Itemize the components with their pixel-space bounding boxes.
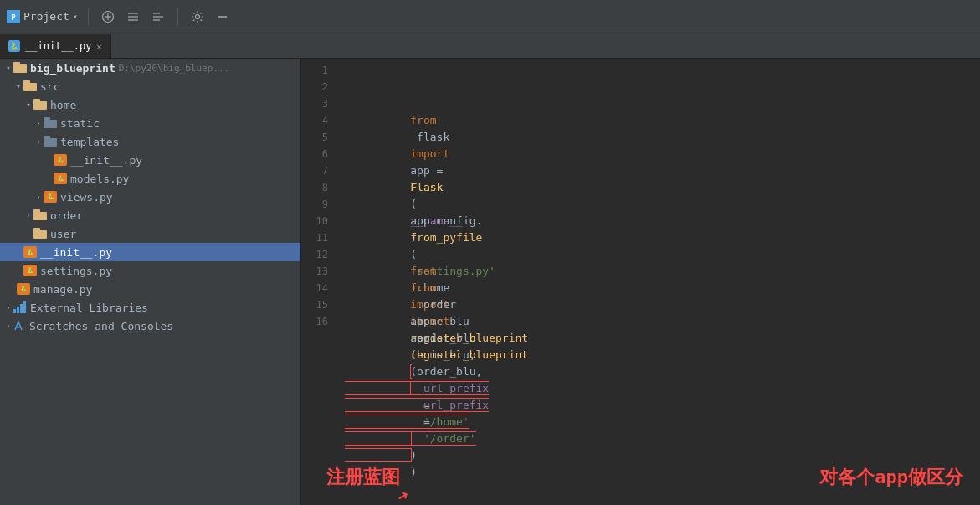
project-icon: P xyxy=(7,10,20,23)
manage-py-icon: 🐍 xyxy=(17,283,30,295)
svg-rect-22 xyxy=(44,136,50,140)
url-prefix-kw-15: url_prefix xyxy=(423,382,489,394)
str-home-15: '/home' xyxy=(423,415,469,428)
fn-register-16: register_blueprint xyxy=(410,348,528,361)
ln-4: 4 xyxy=(301,112,328,129)
manage-label: manage.py xyxy=(33,283,92,296)
ln-2: 2 xyxy=(301,79,328,95)
tree-root[interactable]: ▾ big_blueprint D:\py20\big_bluep... xyxy=(0,59,300,77)
list2-button[interactable] xyxy=(149,8,167,26)
tree-src[interactable]: ▾ src xyxy=(0,77,300,95)
code-line-14 xyxy=(345,280,980,296)
tree-home-init[interactable]: 🐍 __init__.py xyxy=(0,151,300,169)
project-text: Project xyxy=(23,10,69,23)
ln-7: 7 xyxy=(301,162,328,179)
svg-rect-16 xyxy=(23,80,30,85)
models-label: models.py xyxy=(70,173,129,185)
tree-spacer-4 xyxy=(13,266,23,275)
tree-arrow-ext: › xyxy=(3,303,13,312)
ln-1: 1 xyxy=(301,62,328,79)
ln-14: 14 xyxy=(301,280,328,296)
svg-rect-20 xyxy=(44,117,50,121)
tree-views[interactable]: › 🐍 views.py xyxy=(0,188,300,206)
paren-close-16: ) xyxy=(410,466,417,478)
code-line-12: from .home import home_blu xyxy=(345,246,980,263)
svg-rect-26 xyxy=(33,228,40,232)
tree-arrow-templates: › xyxy=(33,137,44,146)
ln-9: 9 xyxy=(301,196,328,213)
code-line-2 xyxy=(345,79,980,95)
code-line-11 xyxy=(345,229,980,246)
code-line-4 xyxy=(345,112,980,129)
code-line-9: app.config. from_pyfile ( 'settings.py' … xyxy=(345,196,980,213)
project-dropdown-arrow: ▾ xyxy=(73,12,78,21)
tabbar: 🐍 __init__.py ✕ xyxy=(0,33,980,59)
tree-arrow-order: › xyxy=(23,211,33,219)
tab-init-py[interactable]: 🐍 __init__.py ✕ xyxy=(0,34,111,58)
editor: 1 2 3 4 5 6 7 8 9 10 11 12 13 14 15 16 xyxy=(301,59,980,505)
eq-16: = xyxy=(423,415,430,428)
tree-spacer-2 xyxy=(44,174,54,183)
order-label: order xyxy=(50,209,83,222)
list-button[interactable] xyxy=(124,8,142,26)
scratches-icon xyxy=(13,320,25,332)
url-prefix-kw-16: url_prefix xyxy=(423,399,489,411)
ln-5: 5 xyxy=(301,129,328,146)
tree-scratches[interactable]: › Scratches and Consoles xyxy=(0,317,300,335)
scratches-label: Scratches and Consoles xyxy=(29,320,173,332)
code-line-16: app. register_blueprint (order_blu, url_… xyxy=(345,313,980,330)
home-label: home xyxy=(50,99,76,111)
tree-external-libs[interactable]: › External Libraries xyxy=(0,298,300,317)
str-order-16: '/order' xyxy=(423,432,476,445)
svg-point-11 xyxy=(195,14,199,18)
ln-16: 16 xyxy=(301,313,328,330)
code-line-13: from .order import order_blu xyxy=(345,263,980,280)
ln-15: 15 xyxy=(301,296,328,313)
home-init-label: __init__.py xyxy=(70,154,142,167)
tree-templates[interactable]: › templates xyxy=(0,132,300,151)
project-label[interactable]: P Project ▾ xyxy=(7,10,78,23)
tree-settings[interactable]: 🐍 settings.py xyxy=(0,261,300,280)
code-line-5 xyxy=(345,129,980,146)
code-line-6: app = Flask ( __name__ ) xyxy=(345,146,980,162)
tree-arrow-user xyxy=(23,229,33,238)
code-line-10 xyxy=(345,213,980,229)
annotation-qu-fen: 对各个app做区分 xyxy=(819,469,963,486)
ext-libs-label: External Libraries xyxy=(30,301,148,314)
tree-order[interactable]: › order xyxy=(0,206,300,224)
user-label: user xyxy=(50,228,76,240)
root-path: D:\py20\big_bluep... xyxy=(119,63,229,74)
code-content[interactable]: from flask import Flask app = Flask ( __… xyxy=(335,59,980,505)
tree-user[interactable]: user xyxy=(0,224,300,243)
tree-arrow-views: › xyxy=(33,193,44,201)
settings-button[interactable] xyxy=(188,8,207,26)
home-init-py-icon: 🐍 xyxy=(54,154,67,166)
code-area: 1 2 3 4 5 6 7 8 9 10 11 12 13 14 15 16 xyxy=(301,59,980,505)
tree-manage[interactable]: 🐍 manage.py xyxy=(0,280,300,298)
add-button[interactable] xyxy=(99,8,117,26)
svg-text:P: P xyxy=(11,13,16,22)
tree-arrow-home: ▾ xyxy=(23,100,33,109)
templates-label: templates xyxy=(60,136,119,148)
svg-rect-18 xyxy=(33,99,40,103)
tree-arrow-src: ▾ xyxy=(13,82,23,90)
tree-static[interactable]: › static xyxy=(0,114,300,132)
app-register-16: app. xyxy=(410,332,436,344)
tree-spacer-5 xyxy=(7,285,17,293)
tree-models[interactable]: 🐍 models.py xyxy=(0,169,300,188)
tab-py-icon: 🐍 xyxy=(8,40,20,52)
code-line-1 xyxy=(345,62,980,79)
minimize-button[interactable] xyxy=(213,8,232,26)
tab-close-button[interactable]: ✕ xyxy=(96,42,101,51)
tree-root-init[interactable]: 🐍 __init__.py xyxy=(0,243,300,261)
tree-arrow-root: ▾ xyxy=(3,64,13,72)
settings-py-icon: 🐍 xyxy=(23,265,37,276)
code-line-8 xyxy=(345,179,980,196)
views-label: views.py xyxy=(60,191,113,204)
toolbar-separator-1 xyxy=(88,8,89,25)
static-label: static xyxy=(60,117,100,130)
tree-home[interactable]: ▾ home xyxy=(0,95,300,114)
ln-11: 11 xyxy=(301,229,328,246)
root-init-label: __init__.py xyxy=(40,246,112,259)
paren-open-16: (order_blu, xyxy=(410,365,489,378)
